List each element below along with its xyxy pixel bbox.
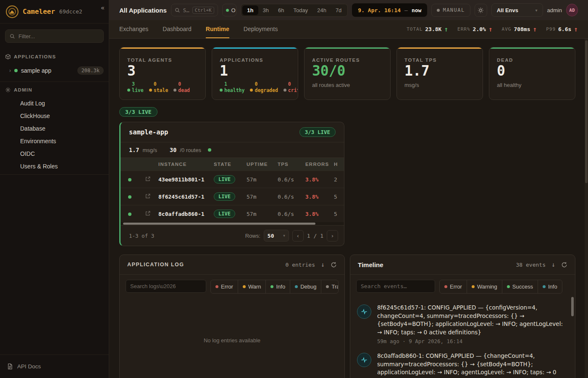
table-row[interactable]: 43ee9811b801-1 LIVE 57m 0.6/s 3.8% 2 (121, 171, 344, 188)
app-panel-title[interactable]: sample-app (129, 129, 168, 136)
sidebar-item-sample-app[interactable]: › sample app 208.3k (0, 63, 109, 80)
meta-tps: 1.7 (129, 147, 139, 153)
errors-cell: 3.8% (304, 188, 332, 205)
tab-dashboard[interactable]: Dashboard (163, 20, 192, 38)
range-24h[interactable]: 24h (312, 5, 331, 15)
tab-exchanges[interactable]: Exchanges (119, 20, 148, 38)
sidebar-filter (5, 29, 104, 43)
api-docs-link[interactable]: API Docs (0, 354, 109, 378)
date-range-display[interactable]: 9. Apr. 16:14 – now (352, 3, 427, 17)
scrollbar-thumb[interactable] (585, 40, 588, 183)
manual-dot (437, 9, 440, 12)
trend-up-icon: ↑ (488, 25, 493, 33)
main-scrollbar[interactable] (585, 39, 588, 378)
col-state: STATE (212, 158, 245, 171)
download-icon[interactable]: ↓ (321, 261, 325, 268)
sun-icon (478, 7, 484, 13)
stat-cards-row: TOTAL AGENTS 3 3live 0stale 0dead APPLIC… (119, 47, 575, 100)
external-link-icon[interactable] (139, 188, 157, 205)
tps-cell: 0.6/s (276, 188, 304, 205)
sidebar-item-database[interactable]: Database (20, 122, 109, 135)
trend-up-icon: ↑ (444, 25, 448, 33)
filter-info[interactable]: Info (538, 280, 562, 293)
card-label: APPLICATIONS (220, 58, 290, 63)
api-docs-label: API Docs (17, 363, 41, 370)
stat-label: TOTAL (407, 26, 423, 32)
download-icon[interactable]: ↓ (551, 261, 555, 268)
admin-section-label: ADMIN (14, 87, 32, 92)
sidebar-item-clickhouse[interactable]: ClickHouse (20, 110, 109, 122)
filter-error[interactable]: Error (440, 280, 467, 293)
brand-version: 69dcce2 (59, 8, 82, 15)
sidebar-collapse-icon[interactable]: « (101, 4, 105, 12)
manual-refresh-button[interactable]: MANUAL (431, 4, 470, 17)
global-search[interactable]: S… Ctrl+K (171, 4, 218, 16)
extra-cell: 5 (332, 188, 344, 205)
refresh-icon[interactable] (561, 262, 567, 268)
status-dot (128, 195, 131, 199)
search-icon (175, 8, 180, 13)
date-from: 9. Apr. 16:14 (358, 7, 401, 13)
expand-chevron-icon[interactable]: › (9, 68, 11, 74)
filter-debug[interactable]: Debug (290, 280, 321, 293)
state-badge: LIVE (214, 192, 235, 201)
trend-up-icon: ↑ (574, 25, 578, 33)
timeline-search-input[interactable] (356, 280, 435, 293)
refresh-icon[interactable] (331, 262, 337, 268)
card-value: 1.7 (404, 63, 475, 79)
app-instances-panel: sample-app 3/3 LIVE 1.7 msg/s 30 /0 rout… (119, 122, 344, 246)
health-dot (208, 148, 211, 152)
filter-warn[interactable]: Warn (238, 280, 266, 293)
horizontal-scrollbar[interactable] (121, 222, 344, 225)
online-status-button[interactable]: O (222, 4, 237, 16)
state-badge: LIVE (214, 175, 235, 184)
external-link-icon[interactable] (139, 205, 157, 223)
status-dot (14, 69, 18, 72)
activity-pulse-icon (357, 353, 371, 367)
card-label: TOTAL AGENTS (127, 58, 198, 63)
card-total-tps: TOTAL TPS 1.7 msg/s (396, 47, 483, 100)
instance-id: 43ee9811b801-1 (157, 171, 212, 188)
timeline-scrollbar-thumb[interactable] (571, 297, 574, 316)
filter-success[interactable]: Success (502, 280, 538, 293)
tab-runtime[interactable]: Runtime (206, 20, 229, 38)
filter-error[interactable]: Error (211, 280, 238, 293)
range-1h[interactable]: 1h (242, 5, 258, 15)
filter-box[interactable] (5, 29, 104, 43)
env-select[interactable]: All Envs ▾ (491, 3, 543, 17)
tab-deployments[interactable]: Deployments (244, 20, 278, 38)
table-footer: 1-3 of 3 Rows: 50 ▾ ‹ 1 / 1 › (121, 225, 344, 246)
filter-trace[interactable]: Trace (321, 280, 339, 293)
log-search-input[interactable] (126, 280, 206, 293)
stat-err: ERR% 2.0% ↑ (457, 25, 492, 33)
range-6h[interactable]: 6h (273, 5, 289, 15)
range-3h[interactable]: 3h (258, 5, 273, 15)
cube-icon (5, 54, 11, 60)
external-link-icon[interactable] (139, 171, 157, 188)
filter-info[interactable]: Info (265, 280, 290, 293)
header-stats: TOTAL 23.8K ↑ ERR% 2.0% ↑ AVG 708ms ↑ P9… (407, 20, 578, 38)
theme-toggle-button[interactable] (475, 4, 487, 17)
rows-per-page-select[interactable]: 50 ▾ (264, 230, 289, 242)
next-page-button[interactable]: › (327, 230, 338, 242)
timeline-panel-header: Timeline 38 events ↓ (350, 255, 575, 275)
timeline-event[interactable]: 8c0affadb860-1: CONFIG_APPLIED — {change… (357, 352, 565, 378)
filter-warning[interactable]: Warning (467, 280, 502, 293)
card-value: 0 (497, 63, 567, 79)
range-today[interactable]: Today (289, 5, 312, 15)
table-row[interactable]: 8f6245c61d57-1 LIVE 57m 0.6/s 3.8% 5 (121, 188, 344, 205)
range-7d[interactable]: 7d (331, 5, 346, 15)
sidebar-item-audit-log[interactable]: Audit Log (20, 97, 109, 110)
filter-input[interactable] (18, 33, 99, 39)
sidebar-item-users-roles[interactable]: Users & Roles (20, 160, 109, 173)
table-row[interactable]: 8c0affadb860-1 LIVE 57m 0.6/s 3.8% 5 (121, 205, 344, 223)
scrollbar-thumb[interactable] (123, 223, 315, 225)
avatar[interactable]: AD (566, 4, 578, 16)
gear-icon (5, 87, 11, 93)
sidebar-item-oidc[interactable]: OIDC (20, 147, 109, 160)
prev-page-button[interactable]: ‹ (292, 230, 304, 242)
sidebar-item-environments[interactable]: Environments (20, 135, 109, 147)
timeline-event-count: 38 events (516, 262, 546, 268)
col-errors: ERRORS (304, 158, 332, 171)
timeline-event[interactable]: 8f6245c61d57-1: CONFIG_APPLIED — {config… (357, 304, 565, 344)
